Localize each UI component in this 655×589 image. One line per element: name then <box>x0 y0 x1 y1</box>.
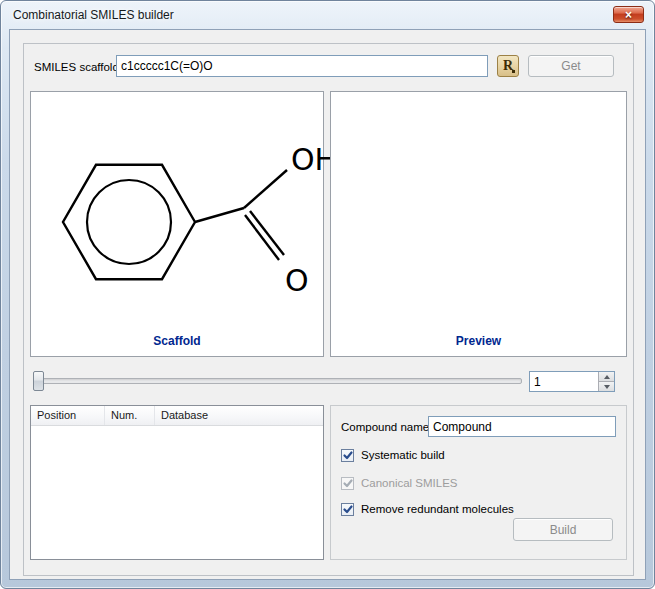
app-window: Combinatorial SMILES builder × SMILES sc… <box>0 0 655 589</box>
check-icon <box>342 503 354 515</box>
remove-redundant-label: Remove redundant molecules <box>361 503 514 515</box>
preview-panel: Preview <box>330 91 627 357</box>
slider-track[interactable] <box>34 378 522 384</box>
benzoic-acid-structure: OH O <box>45 110 339 330</box>
column-header-position[interactable]: Position <box>31 406 105 425</box>
position-table: Position Num. Database <box>30 405 324 560</box>
smiles-scaffold-input[interactable] <box>116 55 488 77</box>
spin-up-button[interactable] <box>599 372 614 382</box>
position-table-header: Position Num. Database <box>31 406 323 426</box>
window-title: Combinatorial SMILES builder <box>13 8 174 22</box>
close-icon: × <box>625 9 632 21</box>
scaffold-panel-label: Scaffold <box>31 334 323 348</box>
rgroup-subscript-icon <box>512 70 515 73</box>
down-arrow-icon <box>604 385 610 389</box>
preview-panel-label: Preview <box>331 334 626 348</box>
get-button[interactable]: Get <box>528 55 614 77</box>
checkbox-canonical-smiles[interactable]: Canonical SMILES <box>341 475 458 491</box>
build-button[interactable]: Build <box>513 518 613 541</box>
compound-name-label: Compound name: <box>341 421 432 433</box>
spinner-buttons <box>598 372 614 391</box>
position-table-body[interactable] <box>31 426 323 559</box>
canonical-smiles-label: Canonical SMILES <box>361 477 458 489</box>
column-header-num[interactable]: Num. <box>105 406 155 425</box>
checkbox-systematic-build[interactable]: Systematic build <box>341 447 445 463</box>
smiles-scaffold-label: SMILES scaffold: <box>34 61 122 73</box>
systematic-build-label: Systematic build <box>361 449 445 461</box>
canonical-smiles-checkbox[interactable] <box>341 477 354 490</box>
oxygen-label: O <box>285 263 309 298</box>
check-icon <box>342 477 354 489</box>
bond-lines <box>63 165 287 279</box>
scaffold-panel: OH O Scaffold <box>30 91 324 357</box>
remove-redundant-checkbox[interactable] <box>341 503 354 516</box>
close-button[interactable]: × <box>613 6 644 23</box>
count-input[interactable] <box>530 372 598 391</box>
slider-thumb[interactable] <box>33 371 44 391</box>
spin-down-button[interactable] <box>599 382 614 391</box>
column-header-database[interactable]: Database <box>155 406 323 425</box>
systematic-build-checkbox[interactable] <box>341 449 354 462</box>
count-spinbox <box>529 371 615 392</box>
title-bar[interactable]: Combinatorial SMILES builder <box>1 1 654 29</box>
checkbox-remove-redundant[interactable]: Remove redundant molecules <box>341 501 514 517</box>
main-frame: SMILES scaffold: R Get <box>23 43 634 576</box>
client-area: SMILES scaffold: R Get <box>9 29 646 580</box>
up-arrow-icon <box>604 375 610 379</box>
compound-name-input[interactable] <box>428 416 616 437</box>
rgroup-button[interactable]: R <box>497 55 519 77</box>
options-panel: Compound name: Systematic build Canonica… <box>330 405 627 560</box>
check-icon <box>342 449 354 461</box>
